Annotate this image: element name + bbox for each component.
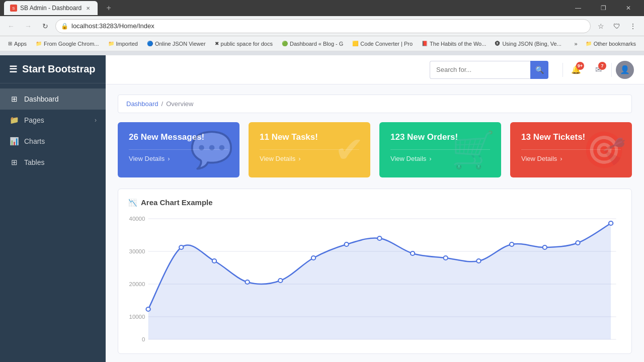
bookmark-apps-label: Apps [14, 41, 27, 47]
svg-point-10 [146, 307, 150, 311]
page-content: Dashboard / Overview 26 New Messages! Vi… [106, 84, 644, 362]
sidebar-item-pages[interactable]: 📁 Pages › [0, 110, 106, 131]
address-bar[interactable]: 🔒 localhost:38283/Home/Index [55, 19, 591, 33]
apps-icon: ⊞ [8, 41, 12, 46]
folder-icon-2: 📁 [108, 41, 114, 46]
card-messages-link-text: View Details [129, 155, 165, 162]
bookmark-bing-label: Using JSON (Bing, Ve... [502, 41, 561, 47]
forward-button[interactable]: → [21, 19, 35, 33]
hamburger-icon[interactable]: ☰ [9, 64, 17, 75]
chart-title: 📉 Area Chart Example [128, 198, 621, 207]
card-tickets[interactable]: 13 New Tickets! View Details › 🎯 [510, 122, 632, 177]
breadcrumb-link[interactable]: Dashboard [126, 100, 158, 108]
bookmarks-more-button[interactable]: » [572, 39, 581, 48]
bookmark-apps[interactable]: ⊞ Apps [4, 39, 31, 48]
bookmark-other[interactable]: 📁 Other bookmarks [582, 39, 640, 48]
bookmark-google[interactable]: 📁 From Google Chrom... [32, 39, 103, 48]
cards-row: 26 New Messages! View Details › 💬 11 New… [118, 122, 632, 177]
bookmark-dashboard-blog[interactable]: 🟢 Dashboard « Blog - G [278, 39, 347, 48]
new-tab-button[interactable]: + [102, 1, 116, 15]
browser-titlebar: S SB Admin - Dashboard ✕ + — ❐ ✕ [0, 0, 644, 16]
card-tickets-link-text: View Details [521, 155, 557, 162]
svg-point-19 [444, 256, 448, 260]
bookmark-imported[interactable]: 📁 Imported [104, 39, 142, 48]
card-orders-arrow: › [429, 155, 431, 162]
extensions-icon[interactable]: ⋮ [626, 19, 640, 33]
card-orders[interactable]: 123 New Orders! View Details › 🛒 [379, 122, 501, 177]
refresh-button[interactable]: ↻ [38, 19, 52, 33]
bookmark-icon[interactable]: ☆ [594, 19, 608, 33]
url-text: localhost:38283/Home/Index [71, 22, 585, 30]
ublock-icon[interactable]: 🛡 [610, 19, 624, 33]
breadcrumb-current: Overview [166, 100, 193, 108]
search-button[interactable]: 🔍 [530, 61, 548, 79]
bookmark-other-label: Other bookmarks [594, 41, 636, 47]
sidebar-item-label-dashboard: Dashboard [24, 95, 97, 103]
bookmark-habits[interactable]: 📕 The Habits of the Wo... [418, 39, 490, 48]
bookmark-imported-label: Imported [116, 41, 138, 47]
svg-point-23 [576, 241, 580, 245]
x-icon: ✖ [215, 41, 219, 46]
bookmark-google-label: From Google Chrom... [44, 41, 99, 47]
search-wrapper: 🔍 [430, 61, 548, 79]
svg-point-14 [278, 279, 282, 283]
sidebar-item-label-tables: Tables [24, 158, 97, 166]
tables-nav-icon: ⊞ [9, 158, 19, 167]
chart-area-icon: 📉 [128, 199, 137, 207]
chart-title-text: Area Chart Example [141, 198, 213, 207]
svg-text:30000: 30000 [129, 248, 145, 254]
restore-button[interactable]: ❐ [592, 1, 615, 15]
svg-text:10000: 10000 [129, 314, 145, 320]
sidebar-brand: ☰ Start Bootstrap [0, 55, 106, 83]
bookmark-json-label: Online JSON Viewer [155, 41, 206, 47]
user-avatar[interactable]: 👤 [616, 61, 634, 79]
messages-button[interactable]: ✉ 7 [589, 61, 607, 79]
search-input[interactable] [430, 61, 530, 79]
card-tasks-icon: ✔ [335, 129, 364, 170]
card-tasks-arrow: › [298, 155, 300, 162]
notifications-badge: 9+ [576, 62, 584, 70]
charts-nav-icon: 📊 [9, 137, 19, 146]
bookmark-code-label: Code Converter | Pro [360, 41, 413, 47]
svg-point-16 [345, 242, 349, 246]
bookmark-public-space[interactable]: ✖ public space for docs [211, 39, 277, 48]
sidebar-item-charts[interactable]: 📊 Charts [0, 131, 106, 152]
tab-close-button[interactable]: ✕ [85, 5, 92, 12]
svg-point-22 [543, 245, 547, 249]
messages-badge: 7 [598, 62, 606, 70]
sidebar: ☰ Start Bootstrap ⊞ Dashboard 📁 Pages › … [0, 55, 106, 362]
back-button[interactable]: ← [4, 19, 18, 33]
svg-point-15 [311, 256, 315, 260]
card-orders-link-text: View Details [390, 155, 426, 162]
card-messages[interactable]: 26 New Messages! View Details › 💬 [118, 122, 239, 177]
browser-tab[interactable]: S SB Admin - Dashboard ✕ [4, 1, 98, 15]
main-content: 🔍 🔔 9+ ✉ 7 👤 Dashboard / [106, 55, 644, 362]
sidebar-item-dashboard[interactable]: ⊞ Dashboard [0, 88, 106, 110]
app-wrapper: ☰ Start Bootstrap ⊞ Dashboard 📁 Pages › … [0, 55, 644, 362]
folder-icon-1: 📁 [36, 41, 42, 46]
bookmark-code-converter[interactable]: 🟨 Code Converter | Pro [348, 39, 417, 48]
divider-1 [562, 63, 563, 77]
sidebar-item-tables[interactable]: ⊞ Tables [0, 152, 106, 173]
svg-point-24 [609, 221, 613, 225]
bookmark-habits-label: The Habits of the Wo... [430, 41, 486, 47]
window-controls: — ❐ ✕ [567, 1, 640, 15]
code-icon: 🟨 [352, 41, 358, 46]
card-tasks[interactable]: 11 New Tasks! View Details › ✔ [249, 122, 370, 177]
bing-icon: 🅜 [495, 41, 500, 46]
top-navbar: 🔍 🔔 9+ ✉ 7 👤 [106, 55, 644, 84]
bookmark-json-viewer[interactable]: 🔵 Online JSON Viewer [143, 39, 210, 48]
brand-name: Start Bootstrap [22, 63, 96, 75]
svg-text:40000: 40000 [129, 216, 145, 222]
area-chart-svg: 40000 30000 20000 10000 0 [128, 214, 621, 344]
secure-icon: 🔒 [61, 23, 68, 30]
svg-point-20 [476, 259, 480, 263]
habits-icon: 📕 [422, 41, 428, 46]
notifications-button[interactable]: 🔔 9+ [567, 61, 585, 79]
divider-2 [611, 63, 612, 77]
bookmark-json-bing[interactable]: 🅜 Using JSON (Bing, Ve... [491, 39, 565, 48]
toolbar-actions: ☆ 🛡 ⋮ [594, 19, 640, 33]
minimize-button[interactable]: — [567, 1, 590, 15]
close-button[interactable]: ✕ [617, 1, 640, 15]
dashboard-nav-icon: ⊞ [9, 95, 19, 104]
